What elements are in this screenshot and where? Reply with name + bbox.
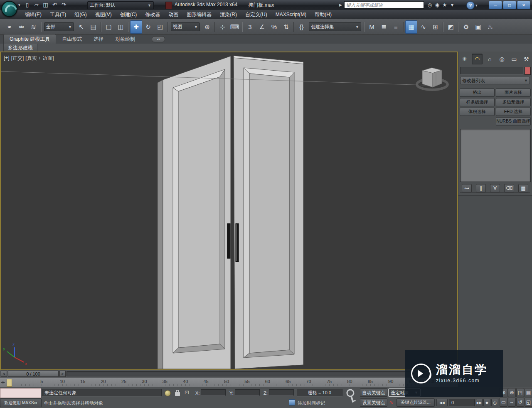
selection-filter-dropdown[interactable]: 全部▼ xyxy=(44,22,74,31)
make-unique-icon[interactable]: ∀ xyxy=(490,184,500,192)
maxscript-mini-listener[interactable] xyxy=(0,388,41,398)
key-filter-check-icon[interactable]: ∿ xyxy=(389,399,394,406)
menu-item-maxscript[interactable]: MAXScript(M) xyxy=(271,11,311,18)
chevron-down-icon[interactable]: ▼ xyxy=(192,25,198,29)
viewport-shading-menu[interactable]: [真实 + 边面] xyxy=(25,55,54,62)
ribbon-tab-freeform[interactable]: 自由形式 xyxy=(56,34,88,44)
use-pivot-point-center-icon[interactable]: ⊕ xyxy=(201,20,213,34)
go-to-end-button[interactable]: ▶▶ xyxy=(476,399,483,406)
curve-editor-icon[interactable]: ∿ xyxy=(417,20,429,34)
ribbon-minimize-toggle[interactable]: •▾ xyxy=(152,36,165,42)
infocenter-menu-icon[interactable]: ▾ xyxy=(448,1,456,9)
reference-coordinate-system-dropdown[interactable]: 视图▼ xyxy=(171,22,200,31)
show-end-result-icon[interactable]: ∥ xyxy=(476,184,486,192)
panel-tab-display-icon[interactable]: ▭ xyxy=(509,54,519,64)
material-editor-icon[interactable]: ◩ xyxy=(445,20,457,34)
named-selection-sets-dropdown[interactable]: 创建选择集▼ xyxy=(309,22,361,31)
current-frame-marker[interactable] xyxy=(7,379,12,387)
subscription-key-icon[interactable]: ◉ xyxy=(433,1,441,9)
select-object-icon[interactable]: ↖ xyxy=(75,20,87,34)
application-menu-button[interactable] xyxy=(1,1,17,17)
chevron-down-icon[interactable]: ▼ xyxy=(66,25,72,29)
menu-item-customize[interactable]: 自定义(U) xyxy=(241,10,271,19)
select-and-scale-icon[interactable]: ◰ xyxy=(154,20,166,34)
panel-tab-motion-icon[interactable]: ◎ xyxy=(497,54,507,64)
modifier-button-ffd-select[interactable]: FFD 选择 xyxy=(496,108,531,116)
select-by-name-icon[interactable]: ▤ xyxy=(87,20,99,34)
help-menu-arrow-icon[interactable]: ▾ xyxy=(475,3,478,7)
auto-key-button[interactable]: 自动关键点 xyxy=(360,388,387,397)
save-file-icon[interactable]: ◫ xyxy=(42,1,49,9)
snaps-toggle-icon[interactable]: 3 xyxy=(244,20,256,34)
key-mode-toggle-button[interactable]: ◆ xyxy=(483,399,490,406)
modifier-button-volume-select[interactable]: 体积选择 xyxy=(460,108,495,116)
modifier-stack[interactable] xyxy=(460,129,531,182)
panel-tab-modify-icon[interactable]: ◠ xyxy=(472,54,483,64)
zoom-extents-all-icon[interactable]: ▦ xyxy=(525,388,532,397)
selection-lock-icon[interactable] xyxy=(175,389,180,396)
modifier-button-patch-select[interactable]: 面片选择 xyxy=(496,88,531,97)
open-file-icon[interactable]: ▱ xyxy=(32,1,40,9)
communicator-icon[interactable] xyxy=(289,399,295,406)
menu-item-tools[interactable]: 工具(T) xyxy=(46,10,70,19)
unlink-selection-icon[interactable]: ⚮ xyxy=(15,20,27,34)
set-key-button[interactable]: 设置关键点 xyxy=(360,398,387,407)
menu-item-help[interactable]: 帮助(H) xyxy=(310,10,336,19)
panel-tab-create-icon[interactable]: ✳ xyxy=(460,54,470,64)
render-setup-icon[interactable]: ⚙ xyxy=(460,20,472,34)
undo-icon[interactable]: ↶ xyxy=(51,1,59,9)
align-icon[interactable]: ≣ xyxy=(378,20,390,34)
viewport-general-menu[interactable]: [+] xyxy=(4,55,10,62)
infocenter-collapse-icon[interactable]: ▶ xyxy=(339,3,342,7)
object-color-swatch[interactable] xyxy=(525,67,531,75)
menu-item-group[interactable]: 组(G) xyxy=(70,10,91,19)
window-crossing-toggle-icon[interactable]: ◫ xyxy=(115,20,127,34)
keyboard-shortcut-override-icon[interactable]: ⌨ xyxy=(229,20,241,34)
object-name-field[interactable] xyxy=(460,67,523,74)
viewport-canvas[interactable]: z x y xyxy=(1,52,457,369)
rectangular-selection-region-icon[interactable]: ▢ xyxy=(103,20,115,34)
modifier-button-poly-select[interactable]: 多边形选择 xyxy=(496,98,531,106)
remove-modifier-icon[interactable]: ⌫ xyxy=(504,184,514,192)
search-input[interactable] xyxy=(344,1,424,9)
chevron-down-icon[interactable]: ▼ xyxy=(354,25,359,29)
key-filters-button[interactable]: 关键点过滤器... xyxy=(397,398,435,407)
layer-manager-icon[interactable]: ≡ xyxy=(390,20,402,34)
menu-item-modifiers[interactable]: 修改器 xyxy=(141,10,164,19)
mirror-icon[interactable]: M xyxy=(366,20,378,34)
current-frame-field[interactable]: 0 xyxy=(449,399,475,406)
viewport-pov-menu[interactable]: [正交] xyxy=(11,55,24,62)
isolate-selection-icon[interactable] xyxy=(165,390,171,396)
door-panel-right[interactable] xyxy=(234,56,303,369)
bind-to-space-warp-icon[interactable]: ≋ xyxy=(27,20,39,34)
door-panel-left[interactable] xyxy=(158,56,231,369)
time-slider-handle[interactable]: 0 / 100 xyxy=(8,371,59,377)
edit-named-selection-sets-icon[interactable]: {} xyxy=(296,20,308,34)
panel-tab-utilities-icon[interactable]: ⚒ xyxy=(521,54,531,64)
zoom-extents-icon[interactable]: ◳ xyxy=(516,388,524,397)
orbit-icon[interactable]: ↺ xyxy=(516,398,524,407)
zoom-all-icon[interactable]: ⊛ xyxy=(508,388,516,397)
set-keys-button[interactable] xyxy=(343,388,360,408)
menu-item-graph-editors[interactable]: 图形编辑器 xyxy=(182,10,216,19)
menu-item-rendering[interactable]: 渲染(R) xyxy=(216,10,241,19)
menu-item-animation[interactable]: 动画 xyxy=(164,10,182,19)
modifier-button-nurbs-surface-select[interactable]: NURBS 曲面选择 xyxy=(496,117,531,125)
coord-z-field[interactable] xyxy=(269,389,294,396)
time-configuration-button[interactable]: ◷ xyxy=(491,399,498,406)
redo-icon[interactable]: ↷ xyxy=(60,1,68,9)
spinner-snap-toggle-icon[interactable]: ⇅ xyxy=(280,20,292,34)
panel-tab-hierarchy-icon[interactable]: ⌂ xyxy=(485,54,495,64)
configure-modifier-sets-icon[interactable]: ▦ xyxy=(518,184,528,192)
percent-snap-toggle-icon[interactable]: % xyxy=(268,20,280,34)
close-button[interactable]: ✕ xyxy=(517,1,530,9)
workspace-dropdown[interactable]: 工作台: 默认 ▼ xyxy=(87,1,154,9)
ribbon-tab-object-paint[interactable]: 对象绘制 xyxy=(109,34,141,44)
new-file-icon[interactable]: ▯ xyxy=(23,1,31,9)
coord-y-field[interactable] xyxy=(235,389,260,396)
track-bar[interactable]: 5101520253035404550556065707580859095100… xyxy=(0,377,458,388)
viewport[interactable]: [+] [正交] [真实 + 边面] xyxy=(0,52,458,370)
modifier-button-extrude[interactable]: 挤出 xyxy=(460,88,495,97)
pan-view-icon[interactable]: ⇔ xyxy=(508,398,516,407)
schematic-view-icon[interactable]: ⊞ xyxy=(429,20,441,34)
